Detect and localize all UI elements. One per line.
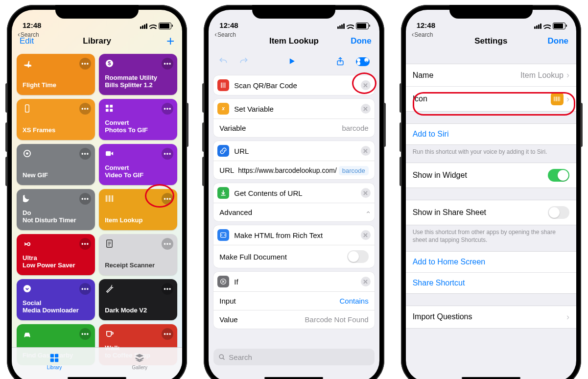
row-icon-label: Icon <box>413 95 427 103</box>
svg-rect-6 <box>110 109 113 112</box>
more-button[interactable]: ••• <box>79 328 91 340</box>
home-indicator[interactable] <box>264 377 323 379</box>
delete-action-button[interactable]: ✕ <box>361 146 371 156</box>
more-button[interactable]: ••• <box>162 148 173 160</box>
home-indicator[interactable] <box>462 377 520 379</box>
chevron-up-icon[interactable]: › <box>363 211 372 213</box>
toggle[interactable] <box>347 250 369 263</box>
share-button[interactable] <box>335 56 345 68</box>
shortcut-tile-10[interactable]: Social Media Downloader••• <box>17 279 95 320</box>
done-button[interactable]: Done <box>547 36 568 46</box>
action-header[interactable]: URL✕ <box>213 141 374 161</box>
action-row[interactable]: Advanced› <box>213 203 374 221</box>
row-key: Input <box>219 297 235 305</box>
more-button[interactable]: ••• <box>162 193 173 205</box>
car-icon <box>23 329 31 338</box>
html-icon <box>217 229 229 241</box>
more-button[interactable]: ••• <box>162 238 173 250</box>
redo-button[interactable] <box>239 56 249 68</box>
shortcut-tile-8[interactable]: Ultra Low Power Saver••• <box>17 234 95 275</box>
row-name[interactable]: Name Item Lookup› <box>406 64 576 86</box>
phone-icon <box>23 104 31 113</box>
delete-action-button[interactable]: ✕ <box>361 80 371 90</box>
row-value: barcode <box>342 124 368 132</box>
more-button[interactable]: ••• <box>162 283 173 295</box>
back-to-search[interactable]: Search <box>214 30 236 38</box>
tile-label: Ultra Low Power Saver <box>23 255 89 269</box>
row-add-to-siri[interactable]: Add to Siri <box>406 124 576 144</box>
undo-button[interactable] <box>218 56 228 68</box>
action-header[interactable]: xSet Variable✕ <box>213 99 374 118</box>
shortcut-tile-11[interactable]: Dark Mode V2••• <box>99 279 177 320</box>
action-row[interactable]: InputContains <box>213 291 374 310</box>
settings-toggle-button[interactable] <box>356 57 370 66</box>
action-card-1: xSet Variable✕Variablebarcode <box>213 99 374 137</box>
action-row[interactable]: Variablebarcode <box>213 118 374 137</box>
action-header[interactable]: Make HTML from Rich Text✕ <box>213 225 374 245</box>
row-share-label: Show in Share Sheet <box>413 208 486 217</box>
more-button[interactable]: ••• <box>79 58 91 70</box>
row-import-questions[interactable]: Import Questions › <box>406 306 576 328</box>
svg-rect-3 <box>106 104 109 107</box>
shortcut-tile-5[interactable]: Convert Video To GIF••• <box>99 144 177 185</box>
action-title: If <box>234 278 360 286</box>
row-add-to-home[interactable]: Add to Home Screen <box>406 252 576 272</box>
row-key: URL <box>219 166 234 174</box>
row-share-shortcut[interactable]: Share Shortcut <box>406 272 576 293</box>
more-button[interactable]: ••• <box>162 328 173 340</box>
row-name-value: Item Lookup <box>520 71 564 79</box>
more-button[interactable]: ••• <box>79 193 91 205</box>
back-to-search[interactable]: Search <box>18 30 39 38</box>
run-button[interactable] <box>287 56 297 68</box>
action-search[interactable]: Search <box>213 349 374 365</box>
more-button[interactable]: ••• <box>79 283 91 295</box>
tab-library[interactable]: Library <box>12 348 97 379</box>
shortcut-tile-3[interactable]: Convert Photos To GIF••• <box>99 99 177 140</box>
shortcut-tile-0[interactable]: Flight Time••• <box>17 54 95 95</box>
tile-label: XS Frames <box>23 127 89 134</box>
action-header[interactable]: Get Contents of URL✕ <box>213 183 374 203</box>
footer-siri: Run this shortcut with your voice by add… <box>406 145 576 163</box>
row-value[interactable]: Contains <box>339 297 368 305</box>
scan-icon <box>217 79 229 91</box>
tab-gallery[interactable]: Gallery <box>97 348 182 379</box>
search-placeholder: Search <box>229 353 252 361</box>
row-icon[interactable]: Icon › <box>406 86 576 111</box>
add-button[interactable]: + <box>166 36 174 46</box>
delete-action-button[interactable]: ✕ <box>361 230 371 240</box>
home-indicator[interactable] <box>68 377 126 379</box>
shortcut-tile-9[interactable]: Receipt Scanner••• <box>99 234 177 275</box>
more-button[interactable]: ••• <box>79 238 91 250</box>
done-button[interactable]: Done <box>351 36 372 46</box>
shortcut-tile-7[interactable]: Item Lookup••• <box>99 189 177 230</box>
tab-library-label: Library <box>47 365 62 370</box>
row-show-in-share-sheet[interactable]: Show in Share Sheet <box>406 200 576 225</box>
back-to-search[interactable]: Search <box>412 30 433 38</box>
delete-action-button[interactable]: ✕ <box>361 188 371 198</box>
row-show-in-widget[interactable]: Show in Widget <box>406 163 576 188</box>
toggle-show-in-widget[interactable] <box>548 169 569 182</box>
row-value: Barcode Not Found <box>305 315 369 324</box>
down-icon <box>217 187 229 199</box>
more-button[interactable]: ••• <box>162 103 173 115</box>
action-row[interactable]: Make Full Document <box>213 245 374 268</box>
action-row[interactable]: ValueBarcode Not Found <box>213 310 374 329</box>
shortcut-tile-1[interactable]: $Roommate Utility Bills Splitter 1.2••• <box>99 54 177 95</box>
svg-rect-35 <box>559 96 559 101</box>
more-button[interactable]: ••• <box>79 103 91 115</box>
shortcut-tile-4[interactable]: New GIF••• <box>17 144 95 185</box>
target-icon <box>23 149 31 158</box>
chevron-icon: › <box>566 312 569 322</box>
shortcut-tile-2[interactable]: XS Frames••• <box>17 99 95 140</box>
delete-action-button[interactable]: ✕ <box>361 277 371 286</box>
tile-label: Dark Mode V2 <box>105 307 171 314</box>
more-button[interactable]: ••• <box>79 148 91 160</box>
action-header[interactable]: Scan QR/Bar Code✕ <box>213 75 374 95</box>
toggle-show-in-share-sheet[interactable] <box>548 206 569 219</box>
action-header[interactable]: If✕ <box>213 272 374 291</box>
more-button[interactable]: ••• <box>162 58 173 70</box>
variable-pill[interactable]: barcode <box>339 166 369 175</box>
shortcut-tile-6[interactable]: Do Not Disturb Timer••• <box>17 189 95 230</box>
action-row[interactable]: URLhttps://www.barcodelookup.com/ barcod… <box>213 161 374 179</box>
delete-action-button[interactable]: ✕ <box>361 104 371 114</box>
